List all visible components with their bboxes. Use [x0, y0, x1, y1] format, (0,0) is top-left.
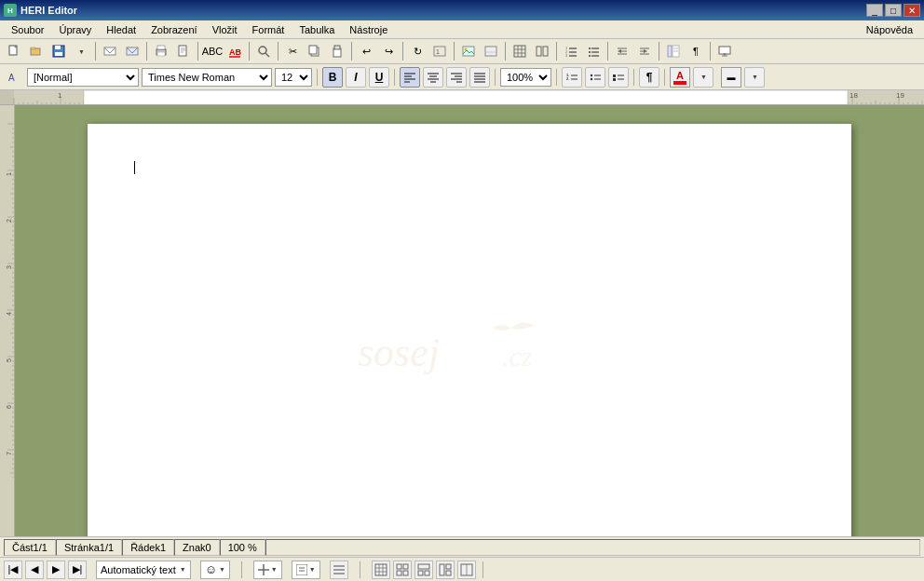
align-left-button[interactable]: [400, 67, 420, 88]
save-dropdown[interactable]: ▼: [71, 41, 91, 61]
nav-last[interactable]: ▶|: [68, 561, 87, 579]
svg-point-18: [259, 47, 266, 54]
num2-button[interactable]: [583, 41, 604, 61]
svg-rect-28: [485, 47, 496, 56]
svg-rect-112: [403, 571, 408, 575]
para-button[interactable]: ¶: [639, 67, 659, 88]
cut-button[interactable]: ✂: [282, 41, 303, 61]
copy-button[interactable]: [305, 41, 325, 61]
highlight-color-dropdown[interactable]: ▼: [744, 67, 765, 88]
preview-button[interactable]: [173, 41, 194, 61]
table-button[interactable]: [510, 41, 530, 61]
status-zoom: 100 %: [220, 539, 265, 556]
svg-rect-118: [446, 571, 451, 575]
font-dropdown[interactable]: Times New Roman Arial Calibri: [142, 68, 272, 87]
maximize-button[interactable]: □: [885, 4, 902, 17]
print-button[interactable]: [151, 41, 171, 61]
fields-button[interactable]: 1: [429, 41, 450, 61]
document-page[interactable]: sosej .cz: [88, 124, 851, 536]
align-center-button[interactable]: [423, 67, 443, 88]
list-style-button[interactable]: [608, 67, 629, 88]
close-button[interactable]: ✕: [904, 4, 920, 17]
svg-rect-47: [589, 51, 591, 53]
status-char: Znak0: [174, 539, 220, 556]
menu-napoveda[interactable]: Nápověda: [859, 22, 920, 37]
font-color-dropdown[interactable]: ▼: [693, 67, 713, 88]
emoji-button[interactable]: ☺ ▼: [200, 561, 230, 579]
underline-button[interactable]: U: [369, 67, 389, 88]
table-icon-1[interactable]: [372, 561, 390, 579]
insert-dropdown[interactable]: ▼: [253, 561, 282, 579]
undo-button[interactable]: ↩: [356, 41, 376, 61]
svg-marker-50: [618, 49, 621, 53]
status-bar: Část1/1 Stránka1/1 Řádek1 Znak0 100 %: [0, 536, 924, 557]
refresh-button[interactable]: ↻: [407, 41, 428, 61]
svg-rect-48: [589, 55, 591, 57]
redo-button[interactable]: ↪: [378, 41, 399, 61]
nav-prev[interactable]: ◀: [25, 561, 44, 579]
format-bar: A [Normal] Heading 1 Heading 2 Times New…: [0, 64, 924, 90]
menu-hledat[interactable]: Hledat: [99, 22, 143, 37]
screen-btn[interactable]: [714, 41, 735, 61]
menu-tabulka[interactable]: Tabulka: [292, 22, 342, 37]
nav-next[interactable]: ▶: [47, 561, 65, 579]
svg-rect-90: [613, 74, 616, 77]
svg-rect-36: [543, 47, 548, 56]
svg-rect-117: [446, 564, 451, 569]
svg-line-19: [265, 53, 269, 57]
spell-button[interactable]: ABC: [202, 41, 223, 61]
zoom-dropdown[interactable]: 100% 75% 125% 150%: [500, 68, 551, 87]
cols-button[interactable]: [532, 41, 552, 61]
align-bot[interactable]: [330, 561, 348, 579]
svg-rect-113: [418, 564, 429, 569]
table-icon-5[interactable]: [457, 561, 476, 579]
paste-button[interactable]: [327, 41, 347, 61]
menu-format[interactable]: Formát: [245, 22, 292, 37]
document-area[interactable]: sosej .cz: [15, 105, 924, 536]
style-icon[interactable]: A: [4, 67, 24, 88]
align-justify-button[interactable]: [469, 67, 490, 88]
auto-text-dropdown[interactable]: Automatický text ▼: [96, 561, 191, 579]
svg-rect-3: [31, 47, 35, 49]
spell2-button[interactable]: ABC: [224, 41, 245, 61]
menu-nastroje[interactable]: Nástroje: [342, 22, 395, 37]
bold-button[interactable]: B: [322, 67, 343, 88]
menu-zobrazeni[interactable]: Zobrazení: [143, 22, 205, 37]
svg-rect-110: [403, 564, 408, 569]
svg-rect-35: [537, 47, 541, 56]
italic-button[interactable]: I: [346, 67, 366, 88]
style-dropdown[interactable]: [Normal] Heading 1 Heading 2: [27, 68, 139, 87]
find-button[interactable]: [253, 41, 274, 61]
app-title: HERI Editor: [20, 5, 77, 16]
svg-text:A: A: [8, 73, 15, 83]
email-button[interactable]: [100, 41, 120, 61]
open-button[interactable]: [26, 41, 47, 61]
font-color-button[interactable]: A: [670, 67, 690, 88]
increase-indent[interactable]: [634, 41, 655, 61]
menu-vlozit[interactable]: Vložit: [205, 22, 245, 37]
svg-rect-92: [613, 78, 616, 81]
table-icon-2[interactable]: [393, 561, 412, 579]
para-marks[interactable]: ¶: [686, 41, 706, 61]
format-dropdown2[interactable]: ▼: [292, 561, 320, 579]
num1-button[interactable]: 123: [561, 41, 581, 61]
document-map[interactable]: [663, 41, 684, 61]
align-right-button[interactable]: [446, 67, 467, 88]
email2-button[interactable]: [122, 41, 143, 61]
new-button[interactable]: [4, 41, 24, 61]
save-button[interactable]: [48, 41, 69, 61]
menu-upravy[interactable]: Úpravy: [51, 22, 99, 37]
pic2-button[interactable]: [481, 41, 501, 61]
decrease-indent[interactable]: [612, 41, 632, 61]
list-ordered-button[interactable]: 1.2.: [562, 67, 582, 88]
list-unordered-button[interactable]: [585, 67, 605, 88]
nav-first[interactable]: |◀: [4, 561, 22, 579]
minimize-button[interactable]: _: [866, 4, 883, 17]
pic-button[interactable]: [458, 41, 479, 61]
table-icon-3[interactable]: [414, 561, 433, 579]
highlight-color-button[interactable]: ▬: [721, 67, 741, 88]
status-part: Část1/1: [4, 539, 56, 556]
table-icon-4[interactable]: [436, 561, 455, 579]
menu-soubor[interactable]: Soubor: [4, 22, 51, 37]
size-dropdown[interactable]: 12 10 14 16: [275, 68, 312, 87]
